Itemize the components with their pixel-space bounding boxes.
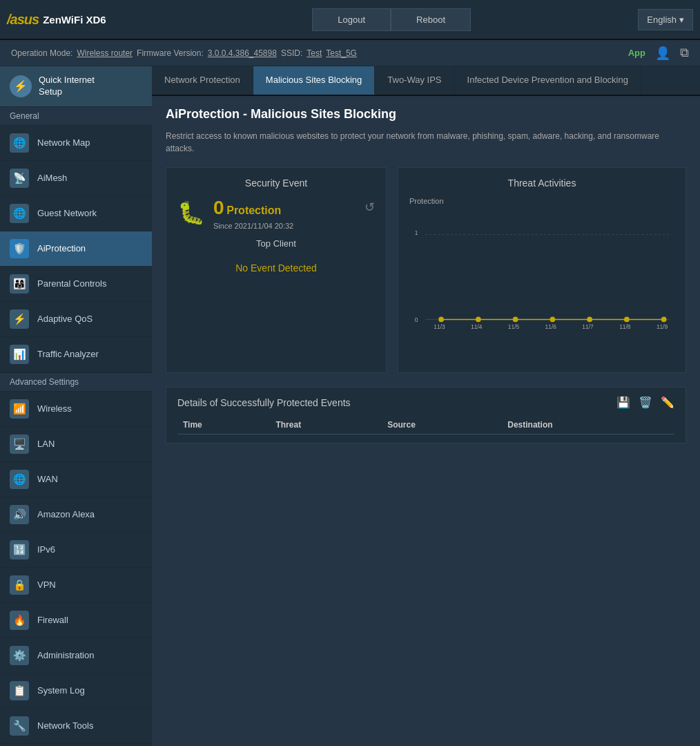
svg-text:11/5: 11/5 (508, 323, 520, 330)
chart-protection-label: Protection (409, 197, 674, 205)
sidebar-item-label-administration: Administration (37, 650, 94, 660)
network-tools-icon: 🔧 (10, 716, 29, 736)
details-icons: 💾 🗑️ ✏️ (616, 396, 674, 409)
sidebar-item-label-aimesh: AiMesh (37, 173, 67, 183)
event-since: Since 2021/11/04 20:32 (213, 222, 356, 230)
sidebar-item-label-guest-network: Guest Network (37, 208, 97, 218)
asus-logo: /asus (7, 12, 39, 28)
event-content: 🐛 0 Protection Since 2021/11/04 20:32 ↺ (177, 197, 375, 230)
refresh-icon[interactable]: ↺ (364, 200, 375, 215)
threat-activities-panel: Threat Activities Protection 1 0 (398, 167, 686, 373)
sidebar-item-network-tools[interactable]: 🔧 Network Tools (0, 709, 152, 744)
copy-icon: ⧉ (680, 46, 689, 60)
main-layout: ⚡ Quick InternetSetup General 🌐 Network … (0, 66, 700, 746)
operation-mode-value[interactable]: Wireless router (77, 48, 133, 58)
parental-controls-icon: 👨‍👩‍👧 (10, 274, 29, 294)
sidebar-item-label-wireless: Wireless (37, 403, 72, 414)
tab-network-protection[interactable]: Network Protection (152, 66, 253, 95)
sidebar-item-administration[interactable]: ⚙️ Administration (0, 638, 152, 673)
sidebar-item-aimesh[interactable]: 📡 AiMesh (0, 161, 152, 196)
user-icon: 👤 (655, 46, 670, 61)
sidebar-item-parental-controls[interactable]: 👨‍👩‍👧 Parental Controls (0, 267, 152, 302)
protected-events-table: Time Threat Source Destination (177, 416, 674, 434)
svg-point-4 (438, 317, 444, 323)
no-event-text: No Event Detected (177, 262, 375, 274)
logout-button[interactable]: Logout (312, 8, 391, 31)
firmware-label: Firmware Version: (137, 48, 204, 58)
sidebar-item-wireless[interactable]: 📶 Wireless (0, 392, 152, 427)
advanced-section-label: Advanced Settings (0, 372, 152, 392)
sidebar-item-ipv6[interactable]: 🔢 IPv6 (0, 533, 152, 568)
amazon-alexa-icon: 🔊 (10, 505, 29, 524)
sidebar-item-vpn[interactable]: 🔒 VPN (0, 568, 152, 603)
security-event-label: Security Event (177, 178, 375, 189)
chart-area: Protection 1 0 (409, 197, 674, 363)
event-count-area: 0 Protection Since 2021/11/04 20:32 (213, 197, 356, 230)
svg-text:11/7: 11/7 (582, 323, 594, 330)
tab-two-way-ips[interactable]: Two-Way IPS (375, 66, 454, 95)
ssid-5g[interactable]: Test_5G (326, 48, 357, 58)
firmware-value[interactable]: 3.0.0.4.386_45898 (208, 48, 277, 58)
svg-text:1: 1 (415, 229, 418, 236)
security-panels: Security Event 🐛 0 Protection Since 2021… (166, 167, 686, 373)
topbar-right: English ▾ (638, 9, 693, 30)
app-link[interactable]: App (628, 48, 645, 58)
col-header-time: Time (177, 416, 270, 434)
aimesh-icon: 📡 (10, 169, 29, 188)
tab-infected-device[interactable]: Infected Device Prevention and Blocking (455, 66, 641, 95)
sidebar-item-label-adaptive-qos: Adaptive QoS (37, 314, 93, 324)
sidebar-item-aiprotection[interactable]: 🛡️ AiProtection (0, 231, 152, 267)
wan-icon: 🌐 (10, 470, 29, 489)
svg-text:11/6: 11/6 (545, 323, 557, 330)
aiprotection-icon: 🛡️ (10, 239, 29, 258)
sidebar-item-firewall[interactable]: 🔥 Firewall (0, 603, 152, 638)
edit-icon[interactable]: ✏️ (661, 396, 674, 409)
sidebar-item-guest-network[interactable]: 🌐 Guest Network (0, 196, 152, 231)
sidebar-item-wan[interactable]: 🌐 WAN (0, 462, 152, 497)
sidebar-item-traffic-analyzer[interactable]: 📊 Traffic Analyzer (0, 337, 152, 372)
sidebar-item-label-lan: LAN (37, 439, 55, 449)
infobar: Operation Mode: Wireless router Firmware… (0, 40, 700, 66)
sidebar-item-system-log[interactable]: 📋 System Log (0, 673, 152, 709)
sidebar-item-lan[interactable]: 🖥️ LAN (0, 427, 152, 462)
tabs-bar: Network Protection Malicious Sites Block… (152, 66, 700, 96)
model-name: ZenWiFi XD6 (43, 14, 106, 26)
svg-text:11/3: 11/3 (434, 323, 445, 330)
tab-malicious-sites-blocking[interactable]: Malicious Sites Blocking (253, 66, 375, 95)
language-selector[interactable]: English ▾ (638, 9, 693, 30)
save-icon[interactable]: 💾 (616, 396, 630, 409)
svg-point-5 (476, 317, 481, 323)
svg-text:0: 0 (415, 316, 418, 323)
infobar-right: App 👤 ⧉ (628, 46, 689, 61)
threat-chart: 1 0 (409, 208, 674, 346)
language-label: English (647, 15, 677, 25)
event-protection-label: Protection (226, 204, 281, 216)
topbar: /asus ZenWiFi XD6 Logout Reboot English … (0, 0, 700, 40)
delete-icon[interactable]: 🗑️ (639, 396, 652, 409)
lightning-icon: ⚡ (14, 79, 28, 93)
svg-text:11/4: 11/4 (471, 323, 483, 330)
svg-point-9 (624, 317, 630, 323)
svg-point-10 (661, 317, 667, 323)
sidebar: ⚡ Quick InternetSetup General 🌐 Network … (0, 66, 152, 746)
network-map-icon: 🌐 (10, 133, 29, 153)
sidebar-item-amazon-alexa[interactable]: 🔊 Amazon Alexa (0, 497, 152, 533)
event-count: 0 (213, 197, 224, 218)
sidebar-item-adaptive-qos[interactable]: ⚡ Adaptive QoS (0, 302, 152, 337)
svg-point-7 (550, 317, 556, 323)
reboot-button[interactable]: Reboot (391, 8, 471, 31)
col-header-destination: Destination (502, 416, 674, 434)
details-header: Details of Successfully Protected Events… (177, 396, 674, 409)
sidebar-item-label-ipv6: IPv6 (37, 544, 55, 555)
sidebar-item-label-network-map: Network Map (37, 137, 90, 148)
sidebar-item-label-firewall: Firewall (37, 615, 68, 625)
details-title: Details of Successfully Protected Events (177, 397, 616, 408)
topbar-buttons: Logout Reboot (145, 8, 638, 31)
page-body: AiProtection - Malicious Sites Blocking … (152, 96, 700, 455)
bug-icon: 🐛 (177, 200, 205, 226)
sidebar-item-quick-setup[interactable]: ⚡ Quick InternetSetup (0, 66, 152, 106)
ssid-test[interactable]: Test (307, 48, 322, 58)
system-log-icon: 📋 (10, 681, 29, 700)
quick-setup-label: Quick InternetSetup (39, 75, 95, 98)
sidebar-item-network-map[interactable]: 🌐 Network Map (0, 126, 152, 161)
